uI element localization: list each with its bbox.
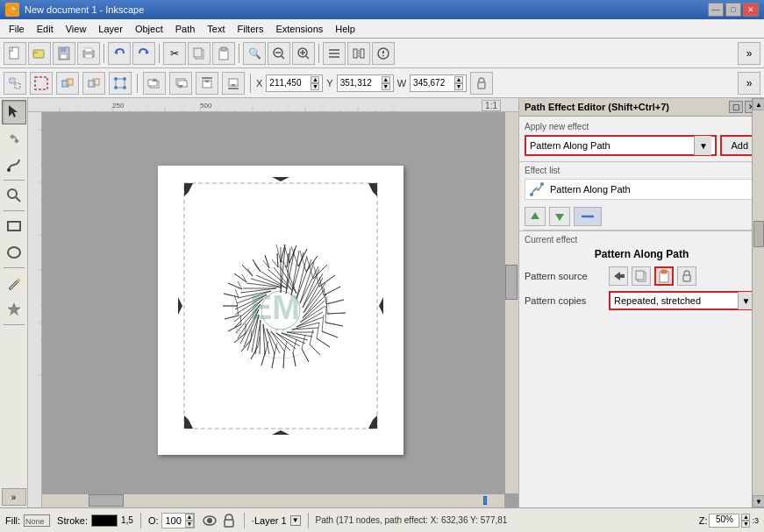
layer-selector[interactable]: ·Layer 1 ▼	[252, 515, 301, 526]
group-button[interactable]	[56, 72, 79, 95]
canvas-scrollbar-horizontal[interactable]	[42, 493, 504, 507]
paste-button[interactable]	[212, 42, 235, 65]
align-button[interactable]	[323, 42, 346, 65]
y-label: Y	[326, 78, 332, 89]
canvas-area[interactable]: 250 500	[28, 98, 518, 507]
distribute-button[interactable]	[347, 42, 370, 65]
canvas-scrollbar-vertical[interactable]	[504, 112, 518, 493]
tool-pencil[interactable]	[2, 271, 26, 295]
tool-select[interactable]	[2, 100, 26, 124]
fill-color-box[interactable]: None	[24, 514, 50, 527]
tool-ellipse[interactable]	[2, 240, 26, 265]
stroke-color-box[interactable]	[91, 514, 118, 527]
redo-button[interactable]	[132, 42, 155, 65]
pattern-source-arrow-btn[interactable]	[609, 266, 628, 286]
lock-icon[interactable]	[221, 513, 237, 528]
effect-dropdown[interactable]: Pattern Along Path ▼	[525, 135, 717, 156]
y-input[interactable]: 351,312 ▲ ▼	[337, 74, 394, 92]
panel-scroll-down[interactable]: ▼	[753, 495, 764, 507]
dropdown-arrow-icon[interactable]: ▼	[694, 136, 711, 155]
ungroup-button[interactable]	[82, 72, 105, 95]
effect-remove-button[interactable]	[574, 207, 602, 226]
tool-rect[interactable]	[2, 214, 26, 238]
zoom-out-button[interactable]	[268, 42, 290, 65]
y-up-arrow[interactable]: ▲	[382, 76, 390, 83]
pattern-source-lock-btn[interactable]	[677, 266, 696, 286]
svg-point-190	[207, 518, 212, 523]
effect-move-down-button[interactable]	[549, 207, 570, 226]
effect-list-item-0[interactable]: Pattern Along Path	[525, 179, 759, 200]
select-all-button[interactable]	[4, 72, 26, 95]
minimize-button[interactable]: —	[708, 3, 724, 17]
pattern-source-copy-btn[interactable]	[632, 266, 651, 286]
menu-layer[interactable]: Layer	[93, 22, 128, 36]
x-spinners[interactable]: ▲ ▼	[311, 76, 319, 90]
window-controls[interactable]: — □ ✕	[708, 3, 759, 17]
layer-dropdown-btn[interactable]: ▼	[290, 515, 301, 526]
effect-move-up-button[interactable]	[525, 207, 546, 226]
tool-star[interactable]	[2, 297, 26, 322]
select-touch-button[interactable]	[30, 72, 53, 95]
w-input[interactable]: 345,672 ▲ ▼	[410, 74, 467, 92]
zoom-fit-button[interactable]	[292, 42, 315, 65]
save-button[interactable]	[53, 42, 75, 65]
panel-float-button[interactable]: ▢	[729, 101, 743, 113]
opacity-input[interactable]: 100 ▲ ▼	[161, 513, 195, 528]
x-up-arrow[interactable]: ▲	[311, 76, 319, 83]
menu-text[interactable]: Text	[202, 22, 230, 36]
undo-button[interactable]	[108, 42, 131, 65]
scrollbar-thumb-v[interactable]	[505, 265, 518, 300]
print-button[interactable]	[77, 42, 100, 65]
tool-bezier[interactable]	[2, 153, 26, 177]
new-button[interactable]	[4, 42, 26, 65]
tool-zoom[interactable]	[2, 183, 26, 208]
menu-object[interactable]: Object	[130, 22, 168, 36]
menu-extensions[interactable]: Extensions	[270, 22, 328, 36]
panel-scrollbar-thumb[interactable]	[753, 221, 764, 247]
w-up-arrow[interactable]: ▲	[454, 76, 463, 83]
menu-path[interactable]: Path	[170, 22, 201, 36]
menu-view[interactable]: View	[61, 22, 92, 36]
zoom-input[interactable]: 50%	[709, 514, 739, 528]
y-down-arrow[interactable]: ▼	[382, 83, 390, 90]
eye-icon[interactable]	[202, 513, 218, 528]
zoom-in-button[interactable]: 🔍	[243, 42, 266, 65]
open-button[interactable]	[28, 42, 51, 65]
panel-scrollbar[interactable]: ▲ ▼	[752, 98, 764, 507]
zoom-down[interactable]: ▼	[741, 521, 750, 528]
pattern-source-paste-btn[interactable]	[654, 266, 674, 286]
pattern-copies-dropdown[interactable]: Repeated, stretched ▼	[609, 291, 759, 310]
y-spinners[interactable]: ▲ ▼	[382, 76, 390, 90]
x-down-arrow[interactable]: ▼	[311, 83, 319, 90]
canvas-content[interactable]: EM DIGITIZER	[42, 112, 518, 507]
menu-filters[interactable]: Filters	[232, 22, 269, 36]
opacity-spinners[interactable]: ▲ ▼	[185, 514, 194, 528]
panel-scroll-up[interactable]: ▲	[753, 98, 764, 110]
transform-button[interactable]	[109, 72, 132, 95]
zoom-up[interactable]: ▲	[741, 514, 750, 521]
lock-aspect-button[interactable]	[470, 72, 493, 95]
x-input[interactable]: 211,450 ▲ ▼	[266, 74, 323, 92]
menu-edit[interactable]: Edit	[32, 22, 59, 36]
w-down-arrow[interactable]: ▼	[454, 83, 463, 90]
copy-button[interactable]	[188, 42, 211, 65]
cut-button[interactable]: ✂	[163, 42, 186, 65]
scrollbar-thumb-h[interactable]	[89, 494, 124, 507]
w-spinners[interactable]: ▲ ▼	[454, 76, 463, 90]
menu-file[interactable]: File	[4, 22, 30, 36]
lower-bottom-button[interactable]	[222, 72, 245, 95]
close-button[interactable]: ✕	[743, 3, 759, 17]
tool-node[interactable]	[2, 126, 26, 151]
object-props-button[interactable]	[372, 42, 395, 65]
raise-button[interactable]	[143, 72, 166, 95]
menu-help[interactable]: Help	[330, 22, 361, 36]
more-coord-button[interactable]: »	[738, 72, 760, 95]
maximize-button[interactable]: □	[725, 3, 741, 17]
tool-expand-button[interactable]: »	[2, 488, 26, 506]
raise-top-button[interactable]	[196, 72, 218, 95]
opacity-up[interactable]: ▲	[185, 514, 194, 521]
opacity-down[interactable]: ▼	[185, 521, 194, 528]
more-tools-button[interactable]: »	[738, 42, 760, 65]
zoom-spinners[interactable]: ▲ ▼	[741, 514, 750, 528]
lower-button[interactable]	[169, 72, 192, 95]
